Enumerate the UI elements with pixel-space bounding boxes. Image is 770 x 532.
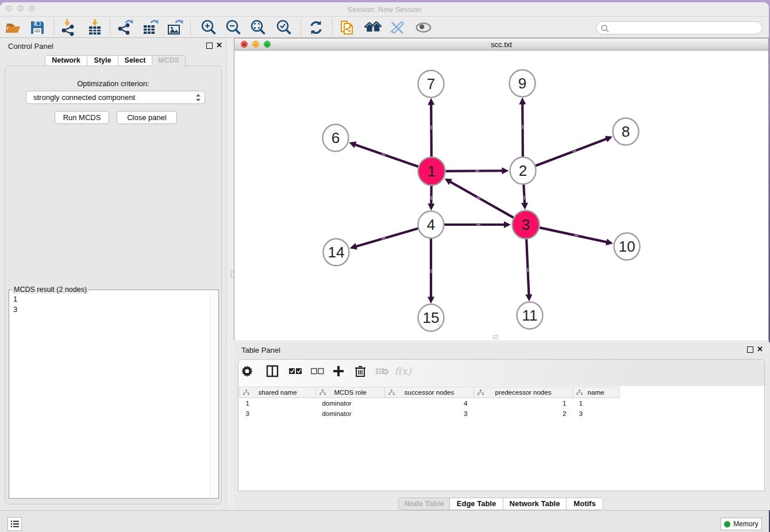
table-cell[interactable]: 4 (385, 398, 474, 408)
graph-node-label-7: 7 (427, 75, 435, 92)
graph-node-label-6: 6 (332, 129, 340, 147)
table-panel: Table Panel ✕ (234, 342, 770, 510)
graph-edge-2-8[interactable] (536, 139, 607, 166)
eye-icon[interactable] (415, 19, 432, 36)
refresh-icon[interactable] (307, 19, 325, 36)
table-cell[interactable]: 1 (474, 398, 573, 408)
task-history-button[interactable] (7, 517, 22, 531)
control-panel-title: Control Panel (8, 42, 53, 51)
export-network-icon[interactable] (117, 19, 134, 36)
save-session-icon[interactable] (29, 19, 46, 36)
table-cell[interactable]: 3 (240, 408, 316, 419)
close-panel-button[interactable]: Close panel (117, 111, 177, 124)
app-window: Session: New Session (0, 2, 769, 532)
graph-edge-1-7[interactable] (431, 105, 432, 157)
column-header-name[interactable]: name (573, 387, 619, 398)
tab-network-table[interactable]: Network Table (503, 498, 567, 510)
zoom-fit-icon[interactable] (249, 19, 267, 36)
table-panel-title: Table Panel (241, 346, 280, 354)
table-settings-gear-icon[interactable] (239, 363, 255, 379)
network-window: ✕ − ＋ scc.txt 7968124314101511 (234, 38, 769, 340)
table-cell[interactable]: 3 (573, 408, 619, 419)
float-panel-icon[interactable] (206, 43, 213, 49)
table-toolbar: f(x) (238, 360, 764, 386)
mcds-result-box: MCDS result (2 nodes) 1 3 (9, 290, 219, 499)
share-document-icon[interactable] (339, 19, 356, 36)
table-tabs: Node Table Edge Table Network Table Moti… (398, 498, 603, 510)
table-cell[interactable]: 1 (240, 398, 316, 408)
graph-edge-2-3[interactable] (523, 184, 525, 203)
optimization-select[interactable]: strongly connected component (26, 91, 205, 104)
graph-edge-1-2[interactable] (445, 171, 502, 171)
edge-label-mark (523, 195, 525, 199)
export-image-icon[interactable] (167, 19, 184, 36)
tab-mcds[interactable]: MCDS (152, 55, 186, 67)
show-columns-icon[interactable] (264, 363, 280, 379)
column-header-MCDS-role[interactable]: MCDS role (316, 387, 385, 398)
column-header-predecessor-nodes[interactable]: predecessor nodes (474, 387, 573, 398)
network-canvas[interactable]: 7968124314101511 (234, 51, 768, 340)
float-table-panel-icon[interactable] (747, 346, 753, 353)
graph-edge-3-11[interactable] (526, 238, 529, 295)
search-input[interactable] (596, 21, 763, 34)
table-cell[interactable]: 3 (385, 408, 474, 419)
import-table-icon[interactable] (86, 19, 103, 36)
table-cell[interactable]: dominator (316, 398, 385, 408)
home-networks-icon[interactable] (364, 19, 382, 36)
graph-edge-2-9[interactable] (522, 104, 523, 157)
zoom-out-icon[interactable] (225, 19, 242, 36)
tab-node-table[interactable]: Node Table (398, 498, 450, 510)
tab-motifs[interactable]: Motifs (567, 498, 603, 510)
graph-node-label-10: 10 (619, 238, 636, 255)
graph-node-label-3: 3 (522, 216, 530, 233)
graph-node-label-8: 8 (622, 123, 630, 140)
status-bar: Memory (0, 510, 769, 532)
edge-label-mark (527, 268, 529, 272)
run-mcds-button[interactable]: Run MCDS (55, 111, 109, 124)
mcds-result-list[interactable]: 1 3 (13, 294, 17, 315)
deselect-all-icon[interactable] (309, 363, 325, 379)
edge-label-mark (430, 196, 432, 200)
delete-row-icon[interactable] (352, 363, 368, 379)
mcds-result-title: MCDS result (2 nodes) (12, 286, 88, 294)
zoom-selected-icon[interactable] (275, 19, 292, 36)
mcds-result-scrollbar[interactable] (210, 291, 218, 498)
network-resize-grip[interactable] (493, 335, 498, 339)
tab-style[interactable]: Style (87, 55, 118, 66)
export-table-icon[interactable] (142, 19, 159, 36)
network-window-titlebar[interactable]: ✕ − ＋ scc.txt (234, 38, 768, 51)
column-header-shared-name[interactable]: shared name (240, 387, 316, 398)
table-row[interactable]: 3dominator323 (240, 408, 619, 419)
table-cell[interactable]: dominator (316, 408, 385, 419)
column-header-successor-nodes[interactable]: successor nodes (385, 387, 474, 398)
toolbar-divider (332, 19, 333, 36)
import-network-icon[interactable] (60, 19, 77, 36)
add-row-icon[interactable] (330, 363, 346, 379)
toolbar-divider (301, 19, 301, 36)
node-table-header[interactable]: shared nameMCDS rolesuccessor nodesprede… (240, 387, 619, 398)
tab-select[interactable]: Select (118, 55, 152, 66)
tab-network[interactable]: Network (45, 55, 87, 66)
graph-edge-3-1[interactable] (451, 182, 514, 217)
graph-edge-4-14[interactable] (356, 228, 418, 246)
edge-label-mark (522, 125, 523, 129)
zoom-in-icon[interactable] (200, 19, 217, 36)
graph-node-label-4: 4 (427, 216, 435, 233)
graph-edge-1-6[interactable] (355, 145, 418, 167)
hide-style-icon[interactable] (389, 19, 406, 36)
control-panel: Control Panel ✕ Network Style Select MCD… (0, 38, 226, 510)
memory-button[interactable]: Memory (721, 518, 762, 530)
delete-column-icon[interactable] (374, 363, 390, 379)
title-bar: Session: New Session (0, 2, 769, 16)
close-panel-icon[interactable]: ✕ (216, 41, 222, 49)
open-session-icon[interactable] (5, 19, 22, 36)
network-graph: 7968124314101511 (234, 51, 768, 340)
select-all-icon[interactable] (287, 363, 303, 379)
tab-edge-table[interactable]: Edge Table (450, 498, 503, 510)
function-builder-icon[interactable]: f(x) (395, 363, 411, 379)
table-row[interactable]: 1dominator411 (240, 398, 619, 408)
table-cell[interactable]: 1 (573, 398, 619, 408)
graph-edge-3-10[interactable] (540, 228, 607, 242)
table-cell[interactable]: 2 (474, 408, 573, 419)
close-table-panel-icon[interactable]: ✕ (757, 345, 763, 353)
